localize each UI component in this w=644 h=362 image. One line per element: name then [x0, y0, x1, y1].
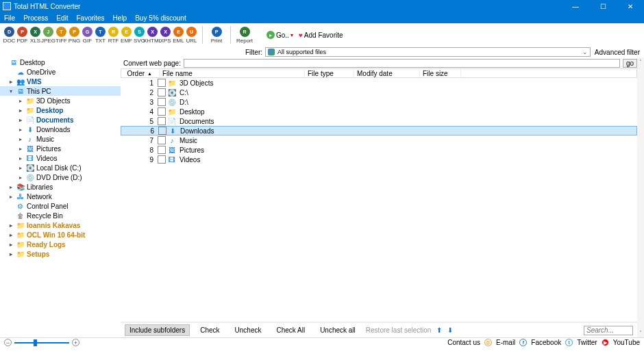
tree-item-setups[interactable]: ▸📁Setups: [0, 249, 121, 259]
search-input[interactable]: [584, 326, 633, 335]
add-favorite-button[interactable]: ♥ Add Favorite: [299, 31, 343, 39]
restore-selection-button[interactable]: Restore last selection: [366, 326, 432, 334]
row-checkbox[interactable]: [158, 136, 166, 144]
col-filename[interactable]: File name: [160, 69, 305, 77]
tree-item-onedrive[interactable]: ☁OneDrive: [0, 67, 121, 77]
zoom-thumb[interactable]: [34, 339, 37, 346]
file-row-music[interactable]: 7♪Music: [121, 135, 637, 145]
file-row-desktop[interactable]: 4📁Desktop: [121, 107, 637, 116]
check-button[interactable]: Check: [195, 324, 224, 336]
row-checkbox[interactable]: [158, 107, 166, 116]
expand-icon[interactable]: ▸: [18, 165, 23, 171]
menu-help[interactable]: Help: [113, 14, 127, 22]
tree-item-pictures[interactable]: ▸🖼Pictures: [0, 144, 121, 153]
move-down-button[interactable]: ⬇: [447, 326, 453, 334]
row-checkbox[interactable]: [158, 79, 166, 87]
expand-icon[interactable]: ▸: [18, 107, 23, 114]
tree-item-ocl-win-10-64-bit[interactable]: ▸📁OCL Win 10 64-bit: [0, 230, 121, 240]
row-checkbox[interactable]: [158, 88, 166, 96]
tree-item-desktop[interactable]: 🖥Desktop: [0, 57, 121, 67]
youtube-link[interactable]: YouTube: [613, 339, 640, 346]
menu-process[interactable]: Process: [23, 14, 48, 22]
close-button[interactable]: ✕: [617, 0, 644, 12]
zoom-out-button[interactable]: −: [4, 339, 12, 346]
format-txt-button[interactable]: TTXT: [94, 27, 107, 44]
file-row-c-[interactable]: 2💽C:\: [121, 88, 637, 97]
folder-tree[interactable]: 🖥Desktop☁OneDrive▸👥VMS▾🖥This PC▸📁3D Obje…: [0, 57, 121, 337]
email-link[interactable]: E-mail: [496, 339, 515, 346]
expand-icon[interactable]: ▸: [18, 136, 23, 142]
format-emf-button[interactable]: EEMF: [120, 27, 133, 44]
format-tiff-button[interactable]: TTIFF: [55, 27, 68, 44]
expand-icon[interactable]: ▸: [8, 242, 14, 248]
convert-go-button[interactable]: go: [623, 59, 637, 68]
tree-item-this-pc[interactable]: ▾🖥This PC: [0, 86, 121, 96]
expand-icon[interactable]: ▸: [8, 232, 14, 238]
scroll-down-icon[interactable]: ˅: [639, 330, 642, 336]
tree-item-control-panel[interactable]: ⚙Control Panel: [0, 201, 121, 211]
tree-item-recycle-bin[interactable]: 🗑Recycle Bin: [0, 211, 121, 220]
tree-item-documents[interactable]: ▸📄Documents: [0, 115, 121, 125]
menu-file[interactable]: File: [4, 14, 15, 22]
scroll-up-icon[interactable]: ˄: [639, 59, 642, 65]
row-checkbox[interactable]: [158, 146, 166, 154]
maximize-button[interactable]: ☐: [589, 0, 617, 12]
row-checkbox[interactable]: [158, 98, 166, 106]
file-row-documents[interactable]: 5📄Documents: [121, 116, 637, 126]
tree-item-music[interactable]: ▸♪Music: [0, 134, 121, 144]
format-pdf-button[interactable]: PPDF: [16, 27, 29, 44]
format-xls-button[interactable]: XXLS: [29, 27, 42, 44]
zoom-slider[interactable]: [14, 342, 69, 344]
file-row-downloads[interactable]: 6⬇Downloads: [121, 126, 637, 135]
tree-item-vms[interactable]: ▸👥VMS: [0, 77, 121, 86]
menu-favorites[interactable]: Favorites: [76, 14, 104, 22]
format-eml-button[interactable]: EEML: [172, 27, 185, 44]
print-button[interactable]: P Print: [207, 27, 226, 44]
file-row-d-[interactable]: 3💿D:\: [121, 97, 637, 107]
tree-item-local-disk-c-[interactable]: ▸💽Local Disk (C:): [0, 163, 121, 172]
row-checkbox[interactable]: [158, 117, 166, 125]
file-row-pictures[interactable]: 8🖼Pictures: [121, 145, 637, 155]
format-png-button[interactable]: PPNG: [68, 27, 81, 44]
format-doc-button[interactable]: DDOC: [3, 27, 16, 44]
convert-url-input[interactable]: [184, 59, 620, 68]
tree-item-libraries[interactable]: ▸📚Libraries: [0, 182, 121, 192]
go-button[interactable]: ▸ Go.. ▾: [267, 31, 293, 39]
file-row-videos[interactable]: 9🎞Videos: [121, 155, 637, 164]
tree-item-ready-logs[interactable]: ▸📁Ready Logs: [0, 240, 121, 249]
report-button[interactable]: R Report: [235, 27, 254, 44]
format-xps-button[interactable]: XXPS: [159, 27, 172, 44]
col-filetype[interactable]: File type: [305, 69, 354, 77]
menu-edit[interactable]: Edit: [56, 14, 68, 22]
expand-icon[interactable]: ▸: [18, 146, 23, 152]
tree-item-3d-objects[interactable]: ▸📁3D Objects: [0, 96, 121, 105]
format-url-button[interactable]: UURL: [185, 27, 198, 44]
expand-icon[interactable]: ▸: [8, 194, 14, 200]
row-checkbox[interactable]: [158, 155, 166, 164]
check-all-button[interactable]: Check All: [271, 324, 310, 336]
format-jpeg-button[interactable]: JJPEG: [42, 27, 55, 44]
expand-icon[interactable]: ▸: [18, 155, 23, 161]
file-list[interactable]: 1📁3D Objects2💽C:\3💿D:\4📁Desktop5📄Documen…: [121, 78, 637, 322]
tree-item-downloads[interactable]: ▸⬇Downloads: [0, 125, 121, 134]
expand-icon[interactable]: ▸: [18, 98, 23, 104]
menu-buy-5-discount[interactable]: Buy 5% discount: [135, 14, 186, 22]
preview-scrollbar[interactable]: ˄ ˅: [637, 57, 644, 337]
minimize-button[interactable]: —: [562, 0, 589, 12]
format-gif-button[interactable]: GGIF: [81, 27, 94, 44]
uncheck-button[interactable]: Uncheck: [230, 324, 267, 336]
format-xhtml-button[interactable]: XXHTML: [146, 27, 159, 44]
facebook-link[interactable]: Facebook: [531, 339, 561, 346]
tree-item-network[interactable]: ▸🖧Network: [0, 192, 121, 201]
expand-icon[interactable]: ▸: [8, 222, 14, 229]
zoom-in-button[interactable]: +: [72, 339, 79, 346]
contact-link[interactable]: Contact us: [447, 339, 480, 346]
col-filesize[interactable]: File size: [420, 69, 461, 77]
uncheck-all-button[interactable]: Uncheck all: [315, 324, 360, 336]
filter-combo[interactable]: All supported files ⌄: [265, 47, 591, 57]
expand-icon[interactable]: ▸: [8, 251, 14, 257]
tree-item-desktop[interactable]: ▸📁Desktop: [0, 105, 121, 115]
expand-icon[interactable]: ▸: [18, 174, 23, 181]
move-up-button[interactable]: ⬆: [436, 326, 442, 334]
row-checkbox[interactable]: [158, 127, 166, 135]
